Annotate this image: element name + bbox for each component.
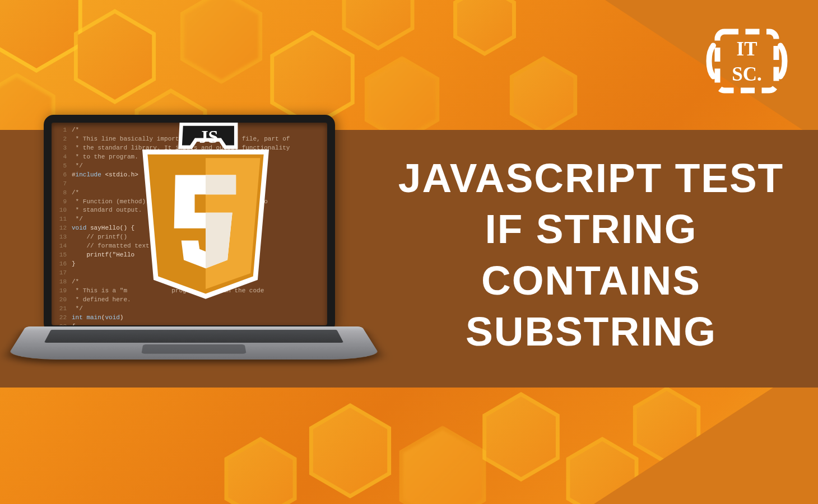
hero-headline: JAVASCRIPT TEST IF STRING CONTAINS SUBST… <box>381 152 801 357</box>
headline-line: IF STRING CONTAINS <box>381 203 801 306</box>
laptop-screen: 1/* 2 * This line basically imports "std… <box>44 115 335 333</box>
svg-text:IT: IT <box>737 38 757 60</box>
bg-hexagon <box>263 30 361 128</box>
laptop-keyboard <box>44 330 343 343</box>
svg-text:SC.: SC. <box>732 63 762 85</box>
bg-hexagon <box>448 0 521 56</box>
svg-text:JS: JS <box>199 127 218 147</box>
laptop-illustration: 1/* 2 * This line basically imports "std… <box>32 115 352 395</box>
javascript-shield-icon: JS <box>133 120 278 305</box>
headline-line: SUBSTRING <box>381 306 801 357</box>
headline-line: JAVASCRIPT TEST <box>381 152 801 203</box>
bg-hexagon <box>303 403 398 498</box>
bg-hexagon <box>504 56 583 134</box>
bg-hexagon <box>336 0 420 50</box>
laptop-base <box>5 326 383 360</box>
bg-hexagon <box>219 437 303 504</box>
laptop-trackpad <box>141 344 246 354</box>
brand-logo-icon: IT SC. <box>705 19 789 105</box>
bg-hexagon <box>476 392 566 482</box>
bg-hexagon <box>174 0 269 84</box>
bg-hexagon <box>392 426 493 504</box>
